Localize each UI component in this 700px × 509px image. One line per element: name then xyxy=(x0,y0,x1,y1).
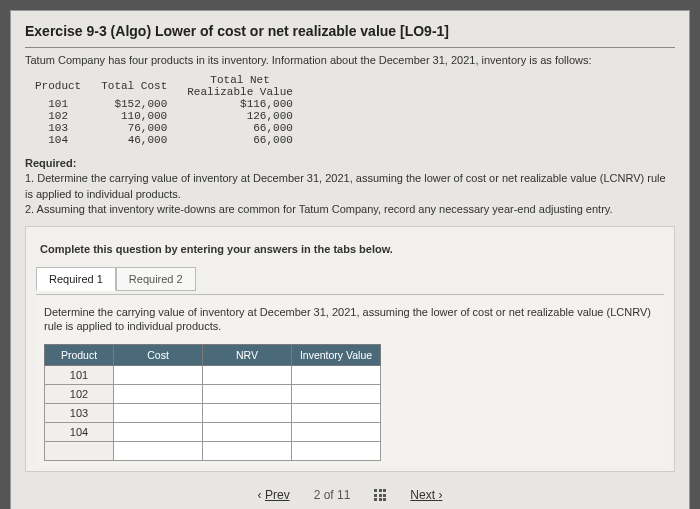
tab-content-required-1: Determine the carrying value of inventor… xyxy=(36,294,664,466)
table-row: 102 xyxy=(45,385,381,404)
table-row: 102110,000126,000 xyxy=(25,110,303,122)
answer-panel: Complete this question by entering your … xyxy=(25,226,675,473)
next-label: Next xyxy=(410,488,435,502)
cost-total-input[interactable] xyxy=(114,442,202,460)
required-block: Required: 1. Determine the carrying valu… xyxy=(25,156,675,218)
inventory-data-table: Product Total Cost Total Net Realizable … xyxy=(25,74,303,146)
inv-value-input-101[interactable] xyxy=(292,366,380,384)
inv-value-input-102[interactable] xyxy=(292,385,380,403)
required-header: Required: xyxy=(25,156,675,171)
inv-value-input-104[interactable] xyxy=(292,423,380,441)
ans-row-product: 102 xyxy=(45,385,114,404)
nrv-input-104[interactable] xyxy=(203,423,291,441)
ans-row-product: 103 xyxy=(45,404,114,423)
inv-value-input-103[interactable] xyxy=(292,404,380,422)
intro-text: Tatum Company has four products in its i… xyxy=(25,54,675,66)
cost-input-103[interactable] xyxy=(114,404,202,422)
ans-col-inventory-value: Inventory Value xyxy=(292,345,381,366)
panel-instruction: Complete this question by entering your … xyxy=(36,237,664,267)
table-row: 10446,00066,000 xyxy=(25,134,303,146)
ans-col-cost: Cost xyxy=(114,345,203,366)
ans-col-product: Product xyxy=(45,345,114,366)
table-row: 10376,00066,000 xyxy=(25,122,303,134)
page-title: Exercise 9-3 (Algo) Lower of cost or net… xyxy=(25,19,675,47)
chevron-left-icon: ‹ xyxy=(258,488,262,502)
table-row: 101$152,000$116,000 xyxy=(25,98,303,110)
prev-label: Prev xyxy=(265,488,290,502)
cost-input-101[interactable] xyxy=(114,366,202,384)
table-row: 101 xyxy=(45,366,381,385)
tab-required-1[interactable]: Required 1 xyxy=(36,267,116,291)
prev-button[interactable]: ‹ Prev xyxy=(258,488,290,502)
col-product: Product xyxy=(25,74,91,98)
nrv-total-input[interactable] xyxy=(203,442,291,460)
chevron-right-icon: › xyxy=(438,488,442,502)
required-item-1: 1. Determine the carrying value of inven… xyxy=(25,171,675,202)
cost-input-102[interactable] xyxy=(114,385,202,403)
required-item-2: 2. Assuming that inventory write-downs a… xyxy=(25,202,675,217)
ans-row-product: 101 xyxy=(45,366,114,385)
nrv-input-101[interactable] xyxy=(203,366,291,384)
grid-icon[interactable] xyxy=(374,489,386,501)
nrv-input-102[interactable] xyxy=(203,385,291,403)
inv-value-total-input[interactable] xyxy=(292,442,380,460)
ans-row-product: 104 xyxy=(45,423,114,442)
cost-input-104[interactable] xyxy=(114,423,202,441)
tab-description: Determine the carrying value of inventor… xyxy=(44,305,656,335)
tabs: Required 1 Required 2 xyxy=(36,267,664,291)
tab-required-2[interactable]: Required 2 xyxy=(116,267,196,291)
next-button[interactable]: Next › xyxy=(410,488,442,502)
nrv-input-103[interactable] xyxy=(203,404,291,422)
answer-table: Product Cost NRV Inventory Value 101 102 xyxy=(44,344,381,461)
ans-col-nrv: NRV xyxy=(203,345,292,366)
table-row: 104 xyxy=(45,423,381,442)
table-row-total xyxy=(45,442,381,461)
ans-row-total-label xyxy=(45,442,114,461)
col-total-cost: Total Cost xyxy=(91,74,177,98)
divider xyxy=(25,47,675,48)
page-position: 2 of 11 xyxy=(314,488,351,502)
col-total-nrv: Total Net Realizable Value xyxy=(177,74,303,98)
pager: ‹ Prev 2 of 11 Next › xyxy=(25,480,675,504)
table-row: 103 xyxy=(45,404,381,423)
